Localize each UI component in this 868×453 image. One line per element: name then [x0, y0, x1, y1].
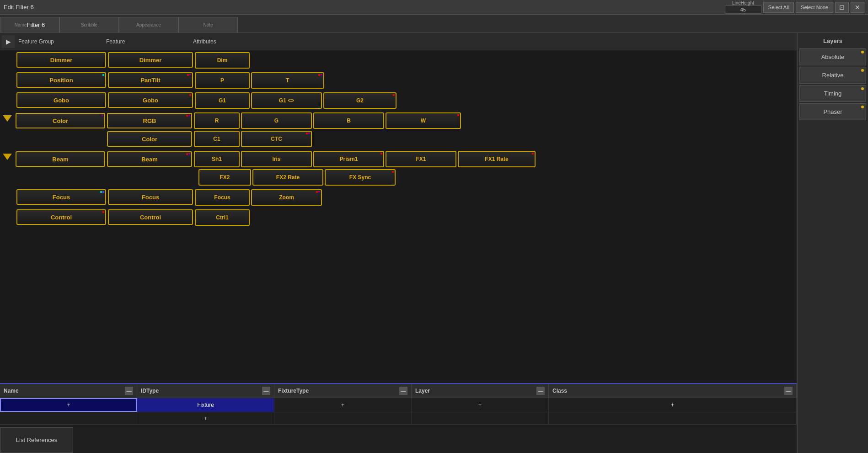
bt-col-class-minus[interactable]: — — [784, 387, 793, 395]
col-header-feature-group: Feature Group — [15, 38, 106, 45]
tab-name-value: Filter 6 — [27, 21, 45, 28]
feature-btn-pantilt[interactable]: PanTilt — [108, 72, 193, 88]
bt-data-row-2: + — [0, 412, 797, 425]
tab-scribble[interactable]: Scribble — [59, 17, 119, 32]
group-btn-position[interactable]: Position — [16, 72, 106, 88]
fg-header: ▶ Feature Group Feature Attributes — [0, 33, 797, 50]
bt-cell-fixturetype-2[interactable] — [274, 412, 412, 424]
bt-cell-name[interactable]: + — [0, 398, 137, 412]
beam-collapse-toggle[interactable] — [3, 150, 14, 160]
relative-button[interactable]: Relative — [799, 67, 866, 84]
bt-col-fixturetype-minus[interactable]: — — [399, 387, 407, 395]
bt-cell-idtype-plus[interactable]: + — [137, 412, 274, 424]
attr-btn-p[interactable]: P — [195, 72, 250, 89]
bt-cell-layer[interactable]: + — [412, 398, 549, 412]
color-collapse-toggle[interactable] — [3, 112, 14, 122]
feature-btn-focus[interactable]: Focus — [108, 189, 193, 205]
table-row: Position PanTilt P T — [0, 70, 797, 91]
bt-cell-name-2[interactable] — [0, 412, 137, 424]
feature-btn-rgb[interactable]: RGB — [107, 113, 192, 128]
feature-cell-gobo: Gobo — [107, 91, 194, 109]
bt-rows: + Fixture + + + + — [0, 398, 797, 453]
bt-col-class: Class — — [549, 384, 797, 398]
attr-btn-ctrl1[interactable]: Ctrl1 — [195, 209, 250, 226]
group-btn-gobo[interactable]: Gobo — [16, 92, 106, 108]
timing-button[interactable]: Timing — [799, 85, 866, 102]
table-row: Beam Beam Sh1 Iris Prism1 — [0, 149, 797, 187]
select-all-button[interactable]: Select All — [763, 2, 794, 13]
group-btn-beam[interactable]: Beam — [16, 151, 105, 167]
feature-btn-beam[interactable]: Beam — [107, 151, 192, 167]
attr-btn-t[interactable]: T — [251, 72, 324, 89]
attr-btn-sh1[interactable]: Sh1 — [194, 151, 240, 167]
feature-btn-gobo[interactable]: Gobo — [108, 92, 193, 108]
attr-btn-fx2[interactable]: FX2 — [198, 169, 251, 186]
feature-btn-dimmer[interactable]: Dimmer — [108, 52, 193, 68]
group-cell-focus: Focus — [16, 188, 107, 206]
table-row: Color RGB R G — [0, 111, 797, 149]
feature-cell-focus: Focus — [107, 188, 194, 206]
attr-btn-c1[interactable]: C1 — [194, 131, 240, 147]
select-none-button[interactable]: Select None — [796, 2, 833, 13]
phaser-button[interactable]: Phaser — [799, 103, 866, 120]
table-row: Dimmer Dimmer Dim — [0, 50, 797, 70]
attr-btn-g[interactable]: G — [241, 112, 312, 129]
tab-note-label: Note — [203, 22, 213, 27]
window-title: Edit Filter 6 — [4, 4, 34, 11]
feature-btn-color[interactable]: Color — [107, 131, 192, 147]
attr-btn-dim[interactable]: Dim — [195, 52, 250, 69]
attrs-cell-control: Ctrl1 — [194, 208, 795, 227]
group-cell-beam: Beam — [15, 150, 106, 168]
attrs-cell-position: P T — [194, 71, 795, 90]
attr-btn-r[interactable]: R — [194, 112, 240, 129]
attr-btn-fx1[interactable]: FX1 — [386, 151, 456, 167]
attr-btn-iris[interactable]: Iris — [241, 151, 312, 167]
attrs-cell-dimmer: Dim — [194, 51, 795, 69]
attr-btn-g1[interactable]: G1 — [195, 92, 250, 109]
group-btn-color[interactable]: Color — [16, 113, 105, 128]
bt-cell-class[interactable]: + — [549, 398, 797, 412]
list-references-button[interactable]: List References — [0, 427, 73, 453]
group-btn-focus[interactable]: Focus — [16, 189, 106, 205]
group-btn-dimmer[interactable]: Dimmer — [16, 52, 106, 68]
attrs-cell-focus: Focus Zoom — [194, 188, 795, 207]
attr-btn-focus[interactable]: Focus — [195, 189, 250, 206]
group-cell-dimmer: Dimmer — [16, 51, 107, 69]
attr-btn-zoom[interactable]: Zoom — [251, 189, 322, 206]
attr-btn-ctc[interactable]: CTC — [241, 131, 312, 147]
left-panel: ▶ Feature Group Feature Attributes Dimme… — [0, 33, 797, 453]
attr-btn-fxsync[interactable]: FX Sync — [325, 169, 396, 186]
attr-btn-b[interactable]: B — [313, 112, 384, 129]
table-row: Control Control Ctrl1 — [0, 208, 797, 228]
line-height-value[interactable]: 45 — [725, 5, 761, 14]
bt-cell-fixturetype[interactable]: + — [274, 398, 412, 412]
group-btn-control[interactable]: Control — [16, 209, 106, 225]
bt-col-layer-minus[interactable]: — — [536, 387, 545, 395]
play-button[interactable]: ▶ — [2, 35, 15, 48]
attr-btn-g2[interactable]: G2 — [323, 92, 396, 109]
close-button[interactable]: ✕ — [851, 2, 864, 13]
bt-col-idtype-minus[interactable]: — — [262, 387, 270, 395]
feature-btn-control[interactable]: Control — [108, 209, 193, 225]
tab-appearance[interactable]: Appearance — [119, 17, 178, 32]
line-height-control: LineHeight 45 — [725, 0, 761, 14]
tab-note[interactable]: Note — [178, 17, 238, 32]
monitor-icon-button[interactable]: ⊡ — [835, 2, 849, 13]
bt-col-name-minus[interactable]: — — [125, 387, 133, 395]
attr-btn-fx2rate[interactable]: FX2 Rate — [252, 169, 323, 186]
tab-name[interactable]: Name Filter 6 — [0, 17, 59, 32]
main-area: ▶ Feature Group Feature Attributes Dimme… — [0, 33, 868, 453]
attr-btn-fx1rate[interactable]: FX1 Rate — [458, 151, 536, 167]
bt-cell-layer-2[interactable] — [412, 412, 549, 424]
feature-cell-color: Color — [106, 130, 193, 148]
attr-btn-w[interactable]: W — [386, 112, 461, 129]
bt-cell-class-2[interactable] — [549, 412, 797, 424]
tab-bar: Name Filter 6 Scribble Appearance Note — [0, 15, 868, 33]
attrs-cell-color2: C1 CTC — [193, 130, 795, 148]
absolute-button[interactable]: Absolute — [799, 48, 866, 65]
attr-btn-g1arrow[interactable]: G1 <> — [251, 92, 322, 109]
attr-btn-prism1[interactable]: Prism1 — [313, 151, 384, 167]
bt-cell-idtype-fixture[interactable]: Fixture — [137, 398, 274, 412]
feature-cell-dimmer: Dimmer — [107, 51, 194, 69]
line-height-label: LineHeight — [732, 0, 754, 5]
